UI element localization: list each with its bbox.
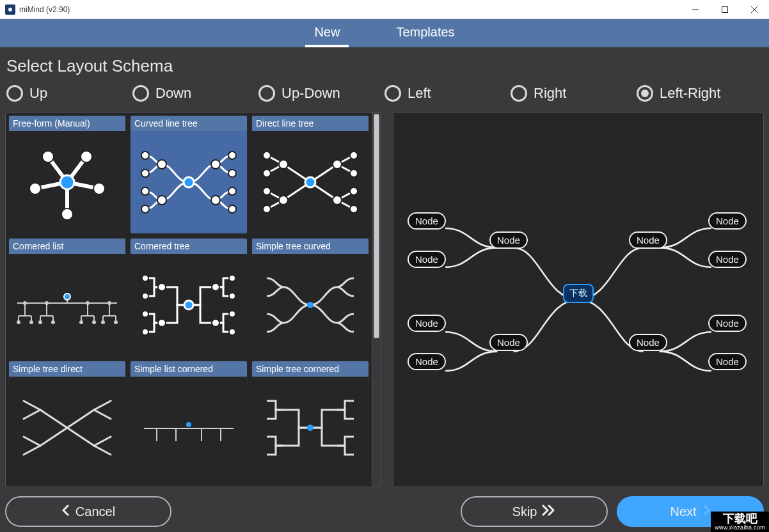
schema-label: Cornered list — [9, 239, 125, 254]
svg-point-50 — [350, 169, 358, 177]
skip-button[interactable]: Skip — [461, 496, 608, 527]
schema-thumb — [252, 131, 369, 233]
svg-point-90 — [142, 329, 148, 335]
preview-node: Node — [489, 334, 528, 351]
scrollbar-thumb[interactable] — [374, 114, 379, 338]
svg-point-81 — [92, 320, 96, 324]
svg-point-77 — [29, 320, 33, 324]
radio-icon — [132, 85, 149, 102]
maximize-button[interactable] — [710, 0, 740, 19]
preview-node: Node — [408, 212, 446, 230]
schema-label: Cornered tree — [131, 239, 247, 254]
svg-point-89 — [142, 311, 148, 317]
svg-point-86 — [158, 319, 166, 327]
svg-point-47 — [333, 160, 342, 169]
svg-point-82 — [101, 320, 105, 324]
svg-line-110 — [94, 446, 111, 455]
schema-thumb — [131, 131, 247, 233]
page-title: Select Layout Schema — [6, 56, 763, 76]
tab-new[interactable]: New — [305, 19, 349, 47]
double-chevron-right-icon — [542, 505, 556, 519]
svg-point-98 — [307, 302, 313, 308]
schema-direct-line-tree[interactable]: Direct line tree — [251, 115, 369, 234]
watermark-main: 下载吧 — [723, 512, 757, 525]
svg-line-99 — [40, 410, 67, 428]
svg-point-14 — [61, 208, 73, 220]
minimize-button[interactable] — [681, 0, 710, 19]
radio-down[interactable]: Down — [132, 85, 258, 102]
svg-point-117 — [307, 425, 313, 431]
svg-point-11 — [81, 151, 92, 162]
svg-point-22 — [211, 160, 220, 169]
schema-preview: 下载 Node Node Node Node Node Node Node No… — [393, 112, 764, 487]
schema-thumb — [9, 377, 125, 479]
schema-simple-tree-curved[interactable]: Simple tree curved — [251, 238, 369, 357]
svg-point-78 — [38, 320, 42, 324]
svg-point-96 — [229, 329, 235, 335]
schema-simple-tree-cornered[interactable]: Simple tree cornered — [251, 361, 369, 480]
schema-free-form[interactable]: Free-form (Manual) — [8, 115, 126, 234]
titlebar: miMind (v2.90) — [0, 0, 769, 19]
radio-icon — [258, 85, 275, 102]
tab-templates[interactable]: Templates — [387, 19, 463, 47]
radio-right[interactable]: Right — [511, 85, 637, 102]
cancel-button[interactable]: Cancel — [5, 496, 171, 527]
radio-icon — [6, 85, 23, 102]
button-label: Next — [670, 505, 696, 519]
chevron-right-icon — [702, 505, 711, 519]
preview-node: Node — [708, 212, 747, 230]
preview-node: Node — [408, 353, 446, 370]
svg-point-42 — [279, 196, 288, 205]
radio-label: Down — [155, 85, 191, 102]
svg-point-24 — [228, 152, 236, 159]
radio-up[interactable]: Up — [6, 85, 132, 102]
schema-label: Curved line tree — [131, 116, 247, 131]
tabbar: New Templates — [0, 19, 769, 47]
svg-point-85 — [158, 283, 166, 291]
schema-thumb — [9, 254, 125, 356]
radio-icon — [384, 85, 401, 102]
watermark-sub: www.xiazaiba.com — [715, 525, 765, 531]
radio-label: Left — [408, 85, 431, 102]
svg-point-92 — [212, 319, 219, 327]
svg-point-28 — [184, 177, 194, 187]
svg-line-107 — [94, 401, 111, 410]
radio-icon — [637, 85, 653, 102]
svg-point-27 — [228, 205, 236, 213]
schema-thumb — [131, 254, 247, 356]
svg-point-72 — [23, 301, 27, 305]
svg-line-102 — [24, 410, 40, 419]
svg-point-48 — [333, 196, 342, 205]
schema-label: Simple tree cornered — [252, 361, 369, 377]
svg-point-17 — [157, 196, 166, 205]
svg-line-101 — [24, 401, 40, 410]
schema-thumb — [131, 377, 247, 479]
schema-thumb — [252, 254, 369, 356]
schema-thumb — [252, 377, 369, 479]
close-button[interactable] — [740, 0, 769, 19]
svg-line-108 — [94, 410, 111, 419]
schema-cornered-list[interactable]: Cornered list — [8, 238, 126, 357]
svg-point-41 — [279, 160, 288, 169]
radio-up-down[interactable]: Up-Down — [258, 85, 384, 102]
preview-node: Node — [629, 231, 667, 249]
svg-line-104 — [24, 446, 40, 455]
radio-label: Up — [29, 85, 47, 102]
schema-label: Direct line tree — [252, 116, 369, 131]
svg-point-75 — [107, 301, 111, 305]
layout-direction-radios: Up Down Up-Down Left Right Left-Right — [6, 85, 763, 102]
radio-left-right[interactable]: Left-Right — [637, 85, 763, 102]
svg-point-19 — [141, 169, 149, 177]
svg-point-44 — [263, 169, 271, 177]
schema-curved-line-tree[interactable]: Curved line tree — [130, 115, 248, 234]
svg-line-109 — [94, 437, 111, 446]
svg-point-26 — [228, 187, 236, 195]
preview-node: Node — [708, 353, 747, 370]
radio-left[interactable]: Left — [384, 85, 511, 102]
gallery-scrollbar[interactable] — [372, 113, 381, 487]
schema-simple-tree-direct[interactable]: Simple tree direct — [8, 361, 126, 480]
app-icon — [5, 4, 15, 15]
svg-point-52 — [350, 205, 358, 213]
schema-simple-list-cornered[interactable]: Simple list cornered — [130, 361, 248, 480]
schema-cornered-tree[interactable]: Cornered tree — [130, 238, 248, 357]
